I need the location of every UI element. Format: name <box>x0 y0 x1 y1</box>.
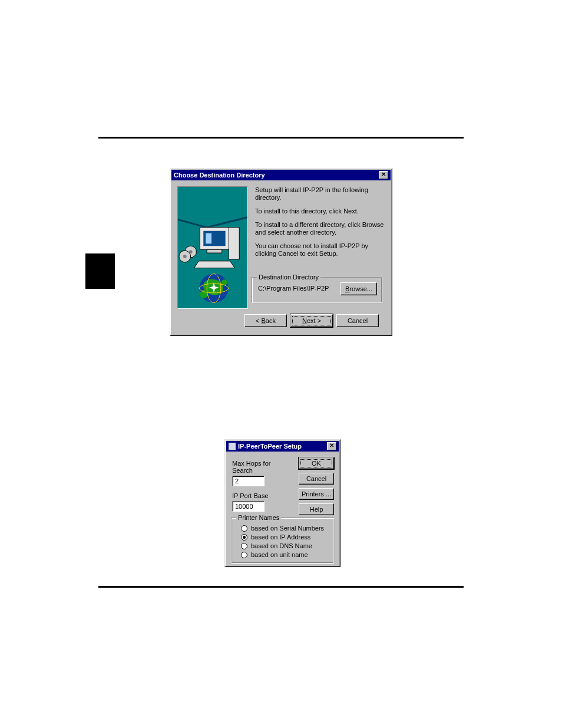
printer-names-group: Printer Names based on Serial Numbers ba… <box>231 518 334 564</box>
max-hops-input[interactable]: 2 <box>232 476 265 486</box>
computer-globe-illustration-icon <box>178 187 247 308</box>
dialog-title: Choose Destination Directory <box>174 172 265 179</box>
wizard-illustration <box>177 186 248 309</box>
svg-marker-5 <box>194 261 235 268</box>
divider-top <box>98 137 464 139</box>
radio-serial[interactable]: based on Serial Numbers <box>241 525 333 532</box>
ok-button[interactable]: OK <box>299 457 334 469</box>
destination-path: C:\Program Files\IP-P2P <box>258 285 329 292</box>
app-icon <box>229 443 236 450</box>
svg-rect-3 <box>229 228 240 259</box>
setup-line-4: You can choose not to install IP-P2P by … <box>255 242 385 258</box>
ip-peertopeer-setup-dialog: IP-PeerToPeer Setup ✕ Max Hops for Searc… <box>224 439 340 567</box>
svg-rect-4 <box>207 249 222 253</box>
max-hops-label: Max Hops for Search <box>232 460 282 474</box>
cancel-button[interactable]: Cancel <box>336 314 379 327</box>
dialog2-title: IP-PeerToPeer Setup <box>238 443 302 450</box>
setup-line-3: To install to a different directory, cli… <box>255 221 385 236</box>
back-button[interactable]: < Back <box>244 314 287 327</box>
radio-icon <box>241 543 247 549</box>
radio-unit[interactable]: based on unit name <box>241 551 333 558</box>
radio-icon <box>241 552 247 558</box>
svg-point-9 <box>183 255 187 258</box>
svg-rect-2 <box>206 233 211 244</box>
ip-port-input[interactable]: 10000 <box>232 501 265 512</box>
printers-button[interactable]: Printers ... <box>299 488 334 500</box>
divider-bottom <box>98 586 464 588</box>
choose-destination-dialog: Choose Destination Directory ✕ <box>170 168 392 336</box>
radio-ip[interactable]: based on IP Address <box>241 533 333 541</box>
printer-names-title: Printer Names <box>236 514 281 521</box>
radio-serial-label: based on Serial Numbers <box>251 525 324 532</box>
radio-icon <box>241 525 247 532</box>
radio-dns-label: based on DNS Name <box>251 542 312 549</box>
next-accelerator: N <box>302 317 307 324</box>
back-accelerator: B <box>262 317 266 324</box>
close-icon[interactable]: ✕ <box>327 442 336 450</box>
dialog2-titlebar: IP-PeerToPeer Setup ✕ <box>226 441 339 452</box>
setup-line-1: Setup will install IP-P2P in the followi… <box>255 186 385 202</box>
next-button[interactable]: Next > <box>290 314 333 327</box>
dialog-titlebar: Choose Destination Directory ✕ <box>171 170 391 180</box>
help-button[interactable]: Help <box>299 503 334 515</box>
radio-ip-label: based on IP Address <box>251 533 310 541</box>
radio-unit-label: based on unit name <box>251 551 308 558</box>
close-icon[interactable]: ✕ <box>379 171 388 179</box>
radio-icon <box>241 534 247 541</box>
cancel-button[interactable]: Cancel <box>299 473 334 485</box>
destination-directory-group: Destination Directory C:\Program Files\I… <box>252 277 382 303</box>
side-black-marker <box>85 253 115 289</box>
browse-button[interactable]: Browse... <box>340 282 377 295</box>
setup-line-2: To install to this directory, click Next… <box>255 207 385 215</box>
destination-group-title: Destination Directory <box>257 274 320 281</box>
ip-port-label: IP Port Base <box>232 492 282 499</box>
radio-dns[interactable]: based on DNS Name <box>241 542 333 549</box>
